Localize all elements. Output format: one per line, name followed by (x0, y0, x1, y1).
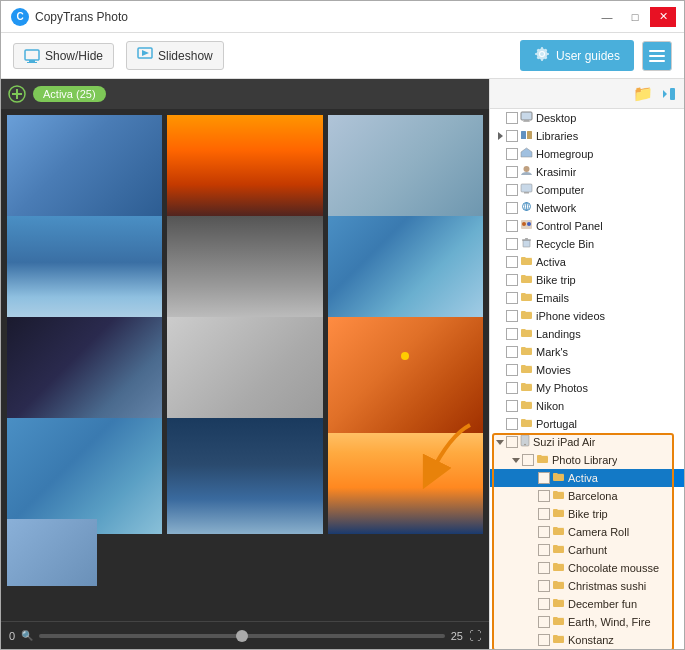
slideshow-button[interactable]: Slideshow (126, 41, 224, 70)
tree-item-bike_trip[interactable]: Bike trip (490, 271, 684, 289)
tree-item-network[interactable]: Network (490, 199, 684, 217)
tree-item-bike_trip_sub[interactable]: Bike trip (490, 505, 684, 523)
tree-checkbox[interactable] (506, 184, 518, 196)
photo-item[interactable] (7, 115, 162, 231)
tree-checkbox[interactable] (506, 130, 518, 142)
tree-item-libraries[interactable]: Libraries (490, 127, 684, 145)
tree-item-recycle_bin[interactable]: Recycle Bin (490, 235, 684, 253)
tree-item-carhunt[interactable]: Carhunt (490, 541, 684, 559)
tree-item-marks[interactable]: Mark's (490, 343, 684, 361)
tree-checkbox[interactable] (538, 472, 550, 484)
add-album-button[interactable] (7, 84, 27, 104)
photo-item[interactable] (167, 115, 322, 231)
tree-item-camera_roll[interactable]: Camera Roll (490, 523, 684, 541)
tree-checkbox[interactable] (506, 202, 518, 214)
tree-checkbox[interactable] (506, 292, 518, 304)
expand-icon[interactable]: ⛶ (469, 629, 481, 643)
tree-folder-icon (552, 525, 565, 539)
tree-checkbox[interactable] (506, 220, 518, 232)
photo-item[interactable] (328, 115, 483, 231)
monitor-icon (24, 49, 40, 63)
photo-item[interactable] (167, 418, 322, 534)
tree-item-my_photos[interactable]: My Photos (490, 379, 684, 397)
tree-item-earth_wind_fire[interactable]: Earth, Wind, Fire (490, 613, 684, 631)
album-tab-activa[interactable]: Activa (25) (33, 86, 106, 102)
svg-marker-4 (142, 50, 149, 56)
tree-checkbox[interactable] (506, 112, 518, 124)
tree-checkbox[interactable] (538, 580, 550, 592)
tree-item-nikon[interactable]: Nikon (490, 397, 684, 415)
tree-checkbox[interactable] (506, 364, 518, 376)
tree-item-krasimir[interactable]: Krasimir (490, 163, 684, 181)
zoom-slider[interactable] (39, 634, 445, 638)
tree-checkbox[interactable] (506, 166, 518, 178)
photo-panel: Activa (25) 0 🔍 (1, 79, 489, 649)
tree-checkbox[interactable] (506, 310, 518, 322)
tree-checkbox[interactable] (538, 616, 550, 628)
photo-item[interactable] (328, 317, 483, 433)
tree-checkbox[interactable] (538, 598, 550, 610)
tree-checkbox[interactable] (506, 346, 518, 358)
tree-item-portugal[interactable]: Portugal (490, 415, 684, 433)
tree-checkbox[interactable] (506, 418, 518, 430)
show-hide-button[interactable]: Show/Hide (13, 43, 114, 69)
tree-item-landings[interactable]: Landings (490, 325, 684, 343)
maximize-button[interactable]: □ (622, 7, 648, 27)
tree-item-december_fun[interactable]: December fun (490, 595, 684, 613)
hamburger-menu-button[interactable] (642, 41, 672, 71)
tree-checkbox[interactable] (538, 526, 550, 538)
svg-point-34 (524, 444, 526, 446)
photo-item[interactable] (167, 216, 322, 332)
tree-item-emails[interactable]: Emails (490, 289, 684, 307)
tree-item-movies[interactable]: Movies (490, 361, 684, 379)
tree-item-suzi_ipad_air[interactable]: Suzi iPad Air (490, 433, 684, 451)
tree-item-chocolate_mousse[interactable]: Chocolate mousse (490, 559, 684, 577)
tree-checkbox[interactable] (522, 454, 534, 466)
tree-item-control_panel[interactable]: Control Panel (490, 217, 684, 235)
tree-folder-icon (536, 453, 549, 467)
photo-item[interactable] (7, 418, 162, 534)
tree-item-label: My Photos (536, 382, 588, 394)
close-button[interactable]: ✕ (650, 7, 676, 27)
photo-item[interactable] (7, 216, 162, 332)
tree-item-desktop[interactable]: Desktop (490, 109, 684, 127)
tree-checkbox[interactable] (538, 634, 550, 646)
right-panel: 📁 DesktopLibrariesHomegroupKrasimirCompu… (489, 79, 684, 649)
tree-checkbox[interactable] (538, 490, 550, 502)
minimize-button[interactable]: — (594, 7, 620, 27)
tree-checkbox[interactable] (538, 562, 550, 574)
tree-item-activa_sub[interactable]: Activa (490, 469, 684, 487)
tree-item-homegroup[interactable]: Homegroup (490, 145, 684, 163)
tree-checkbox[interactable] (538, 544, 550, 556)
tree-item-label: Portugal (536, 418, 577, 430)
tree-item-konstanz[interactable]: Konstanz (490, 631, 684, 649)
tree-expand-icon (494, 343, 506, 361)
photo-item[interactable] (328, 418, 483, 534)
tree-expand-icon (526, 487, 538, 505)
tree-checkbox[interactable] (506, 400, 518, 412)
tree-item-iphone_videos[interactable]: iPhone videos (490, 307, 684, 325)
tree-item-christmas_sushi[interactable]: Christmas sushi (490, 577, 684, 595)
tree-checkbox[interactable] (506, 274, 518, 286)
tree-item-activa[interactable]: Activa (490, 253, 684, 271)
tree-item-photo_library[interactable]: Photo Library (490, 451, 684, 469)
photo-item[interactable] (7, 317, 162, 433)
new-folder-button[interactable]: 📁 (632, 83, 654, 105)
tree-checkbox[interactable] (506, 436, 518, 448)
tree-checkbox[interactable] (538, 508, 550, 520)
tree-item-label: Activa (568, 472, 598, 484)
tree-checkbox[interactable] (506, 328, 518, 340)
tree-checkbox[interactable] (506, 148, 518, 160)
collapse-panel-button[interactable] (658, 83, 680, 105)
tree-checkbox[interactable] (506, 256, 518, 268)
photo-item[interactable] (328, 216, 483, 332)
photo-item[interactable] (7, 519, 97, 586)
tree-checkbox[interactable] (506, 382, 518, 394)
tree-checkbox[interactable] (506, 238, 518, 250)
svg-marker-35 (512, 458, 520, 463)
tree-item-label: Computer (536, 184, 584, 196)
photo-item[interactable] (167, 317, 322, 433)
user-guides-button[interactable]: User guides (520, 40, 634, 71)
tree-item-barcelona[interactable]: Barcelona (490, 487, 684, 505)
tree-item-computer[interactable]: Computer (490, 181, 684, 199)
